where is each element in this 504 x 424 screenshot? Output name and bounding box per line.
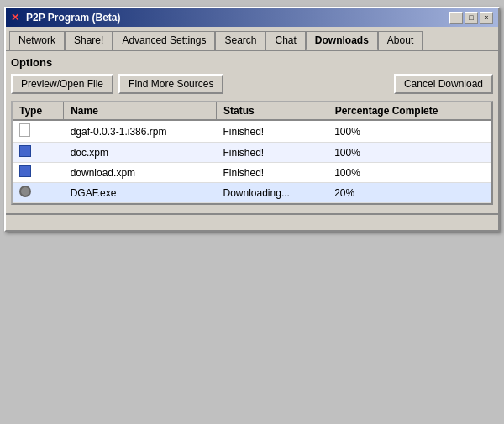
cell-name: download.xpm [64,163,217,183]
col-name: Name [64,102,217,120]
title-bar-buttons: ─ □ × [449,12,493,24]
table-row[interactable]: DGAF.exeDownloading...20% [13,183,491,203]
cell-percent: 20% [328,183,491,203]
col-status: Status [217,102,328,120]
minimize-button[interactable]: ─ [449,12,463,24]
cell-status: Finished! [217,120,328,143]
cell-type [13,163,64,183]
xpm-icon [19,145,31,157]
xpm-icon [19,165,31,177]
tab-about[interactable]: About [378,31,423,50]
cell-status: Finished! [217,143,328,163]
cell-name: doc.xpm [64,143,217,163]
table-header-row: Type Name Status Percentage Complete [13,102,491,120]
col-type: Type [13,102,64,120]
table-row[interactable]: dgaf-0.0.3-1.i386.rpmFinished!100% [13,120,491,143]
maximize-button[interactable]: □ [465,12,478,24]
find-more-sources-button[interactable]: Find More Sources [118,74,223,94]
cell-status: Downloading... [217,183,328,203]
cell-type [13,183,64,203]
app-icon: ✕ [11,12,23,24]
downloads-table: Type Name Status Percentage Complete dga… [13,102,491,203]
status-bar [6,213,498,230]
tab-chat[interactable]: Chat [265,31,305,50]
content-area: Options Preview/Open File Find More Sour… [6,51,498,210]
cancel-download-button[interactable]: Cancel Download [394,74,493,94]
main-window: ✕ P2P Program (Beta) ─ □ × Network Share… [4,7,500,232]
cell-type [13,120,64,143]
cell-status: Finished! [217,163,328,183]
tab-network[interactable]: Network [9,31,65,50]
col-percent: Percentage Complete [328,102,491,120]
close-button[interactable]: × [480,12,493,24]
table-row[interactable]: download.xpmFinished!100% [13,163,491,183]
cell-percent: 100% [328,120,491,143]
tab-bar: Network Share! Advanced Settings Search … [6,27,498,51]
tab-share[interactable]: Share! [65,31,113,50]
cell-type [13,143,64,163]
cell-name: DGAF.exe [64,183,217,203]
title-bar: ✕ P2P Program (Beta) ─ □ × [6,8,498,27]
cell-percent: 100% [328,163,491,183]
table-row[interactable]: doc.xpmFinished!100% [13,143,491,163]
downloads-table-container: Type Name Status Percentage Complete dga… [11,101,493,205]
gear-icon [19,186,31,197]
cell-percent: 100% [328,143,491,163]
title-bar-left: ✕ P2P Program (Beta) [11,12,120,24]
tab-downloads[interactable]: Downloads [306,31,378,50]
options-label: Options [11,56,493,69]
doc-icon [19,123,30,137]
preview-open-button[interactable]: Preview/Open File [11,74,113,94]
cell-name: dgaf-0.0.3-1.i386.rpm [64,120,217,143]
tab-advanced-settings[interactable]: Advanced Settings [113,31,215,50]
window-title: P2P Program (Beta) [26,12,120,24]
tab-search[interactable]: Search [215,31,265,50]
toolbar: Preview/Open File Find More Sources Canc… [11,74,493,94]
